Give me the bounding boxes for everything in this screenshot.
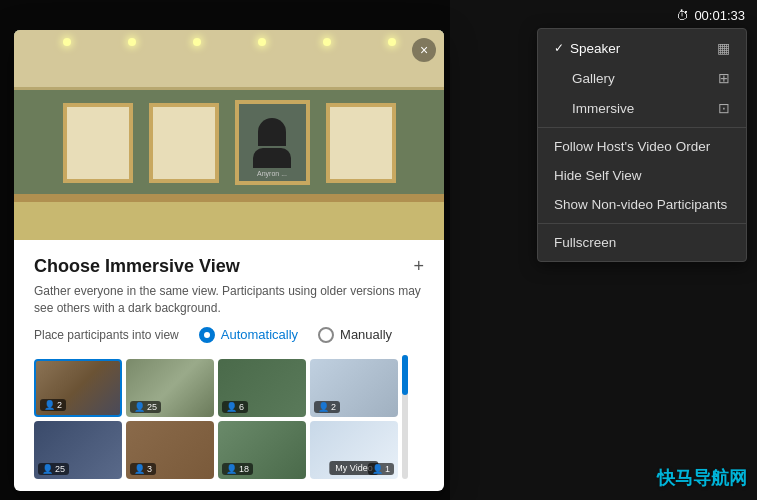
thumbnail-7[interactable]: 👤18 [218, 421, 306, 479]
modal-overlay: Anyron ... × Choose Immersive View + Gat… [0, 0, 450, 500]
thumbnail-4[interactable]: 👤2 [310, 359, 398, 417]
thumbnail-5[interactable]: 👤25 [34, 421, 122, 479]
light-6 [388, 38, 396, 46]
person-icon-3: 👤 [226, 402, 237, 412]
thumb-badge-8: 👤1 [368, 463, 394, 475]
light-4 [258, 38, 266, 46]
dropdown-item-gallery[interactable]: Gallery ⊞ [538, 63, 746, 93]
room-shelf [14, 194, 444, 202]
radio-manual[interactable]: Manually [318, 327, 392, 343]
thumb-badge-3: 👤6 [222, 401, 248, 413]
thumb-badge-5: 👤25 [38, 463, 69, 475]
dropdown-item-speaker[interactable]: ✓ Speaker ▦ [538, 33, 746, 63]
thumbnail-1[interactable]: 👤2 [34, 359, 122, 417]
avatar-name: Anyron ... [257, 170, 287, 177]
divider-2 [538, 223, 746, 224]
person-icon-1: 👤 [44, 400, 55, 410]
modal-description: Gather everyone in the same view. Partic… [34, 283, 424, 317]
close-button[interactable]: × [412, 38, 436, 62]
frames-row: Anyron ... [14, 100, 444, 185]
person-icon-4: 👤 [318, 402, 329, 412]
thumb-badge-2: 👤25 [130, 401, 161, 413]
plus-button[interactable]: + [413, 256, 424, 277]
dropdown-label-show-nonvideo: Show Non-video Participants [554, 197, 727, 212]
room-floor [14, 200, 444, 240]
thumb-row-1: 👤2 👤25 👤6 [34, 359, 398, 417]
dropdown-item-hide-self[interactable]: Hide Self View [538, 161, 746, 190]
light-3 [193, 38, 201, 46]
watermark: 快马导航网 [657, 466, 747, 490]
check-icon: ✓ [554, 41, 564, 55]
thumbnail-area: 👤2 👤25 👤6 [34, 355, 424, 479]
scroll-thumb [402, 355, 408, 395]
thumbnail-2[interactable]: 👤25 [126, 359, 214, 417]
gallery-grid-icon: ⊞ [718, 70, 730, 86]
timer-icon: ⏱ [676, 8, 689, 23]
light-1 [63, 38, 71, 46]
radio-row-label: Place participants into view [34, 328, 179, 342]
dropdown-label-fullscreen: Fullscreen [554, 235, 616, 250]
thumbnail-grid: 👤2 👤25 👤6 [34, 359, 398, 479]
person-icon-7: 👤 [226, 464, 237, 474]
thumbnail-8[interactable]: My Video 👤1 [310, 421, 398, 479]
thumb-badge-7: 👤18 [222, 463, 253, 475]
immersive-grid-icon: ⊡ [718, 100, 730, 116]
person-icon-2: 👤 [134, 402, 145, 412]
avatar-head [258, 118, 286, 146]
radio-manual-label: Manually [340, 327, 392, 342]
dropdown-label-hide-self: Hide Self View [554, 168, 642, 183]
timer-bar: ⏱ 00:01:33 [676, 8, 745, 23]
radio-auto-label: Automatically [221, 327, 298, 342]
frame-center: Anyron ... [235, 100, 310, 185]
frame-3 [326, 103, 396, 183]
view-dropdown-menu: ✓ Speaker ▦ Gallery ⊞ Immersive ⊡ Follow… [537, 28, 747, 262]
light-2 [128, 38, 136, 46]
dropdown-label-speaker: Speaker [570, 41, 620, 56]
thumb-badge-4: 👤2 [314, 401, 340, 413]
dropdown-item-fullscreen[interactable]: Fullscreen [538, 228, 746, 257]
avatar-body [253, 148, 291, 168]
speaker-grid-icon: ▦ [717, 40, 730, 56]
modal-title: Choose Immersive View [34, 256, 240, 277]
thumb-badge-6: 👤3 [130, 463, 156, 475]
thumbnail-6[interactable]: 👤3 [126, 421, 214, 479]
radio-row: Place participants into view Automatical… [34, 327, 424, 343]
modal-preview: Anyron ... [14, 30, 444, 240]
modal-content: Choose Immersive View + Gather everyone … [14, 240, 444, 491]
lights-row [14, 38, 444, 46]
radio-auto[interactable]: Automatically [199, 327, 298, 343]
radio-manual-circle [318, 327, 334, 343]
dropdown-label-gallery: Gallery [572, 71, 615, 86]
frame-1 [63, 103, 133, 183]
dropdown-item-immersive[interactable]: Immersive ⊡ [538, 93, 746, 123]
dropdown-item-follow-host[interactable]: Follow Host's Video Order [538, 132, 746, 161]
thumb-row-2: 👤25 👤3 👤18 [34, 421, 398, 479]
frame-2 [149, 103, 219, 183]
dropdown-label-follow-host: Follow Host's Video Order [554, 139, 710, 154]
immersive-view-modal: Anyron ... × Choose Immersive View + Gat… [14, 30, 444, 491]
person-icon-8: 👤 [372, 464, 383, 474]
person-icon-5: 👤 [42, 464, 53, 474]
scroll-indicator[interactable] [402, 355, 408, 479]
radio-auto-circle [199, 327, 215, 343]
thumbnail-3[interactable]: 👤6 [218, 359, 306, 417]
dropdown-label-immersive: Immersive [572, 101, 634, 116]
light-5 [323, 38, 331, 46]
timer-value: 00:01:33 [694, 8, 745, 23]
person-icon-6: 👤 [134, 464, 145, 474]
divider-1 [538, 127, 746, 128]
dropdown-item-show-nonvideo[interactable]: Show Non-video Participants [538, 190, 746, 219]
thumb-badge-1: 👤2 [40, 399, 66, 411]
